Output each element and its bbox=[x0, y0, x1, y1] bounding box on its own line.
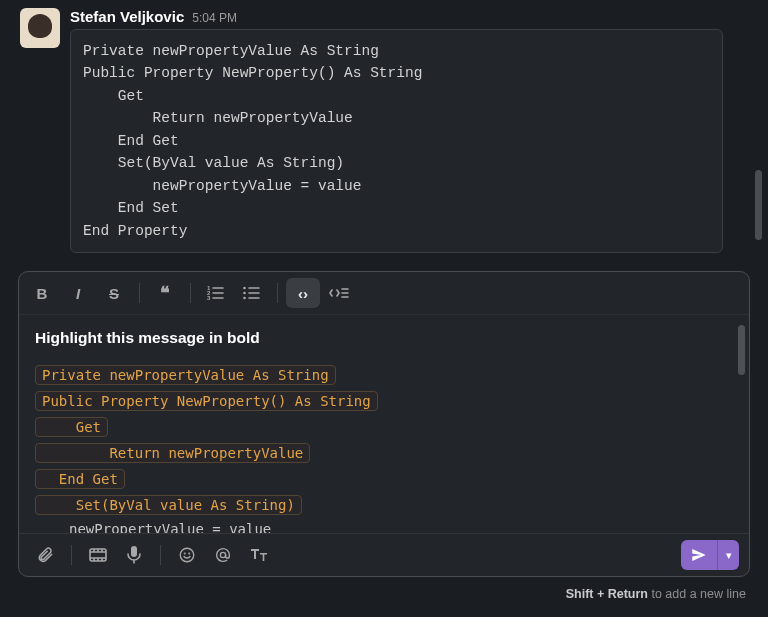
message-row: Stefan Veljkovic 5:04 PM Private newProp… bbox=[0, 0, 768, 261]
editor-scrollbar[interactable] bbox=[738, 325, 745, 375]
formatting-toolbar: B I S ❝ 123 ‹› bbox=[19, 272, 749, 315]
send-icon bbox=[690, 546, 708, 564]
ordered-list-button[interactable]: 123 bbox=[199, 278, 233, 308]
message-code-block[interactable]: Private newPropertyValue As String Publi… bbox=[70, 29, 723, 253]
send-options-button[interactable]: ▾ bbox=[717, 540, 739, 570]
blockquote-button[interactable]: ❝ bbox=[148, 278, 182, 308]
hint-shortcut: Shift + Return bbox=[566, 587, 648, 601]
microphone-icon bbox=[127, 546, 141, 564]
bold-button[interactable]: B bbox=[25, 278, 59, 308]
composer-actions-toolbar: ▾ bbox=[19, 533, 749, 576]
send-button-group: ▾ bbox=[681, 540, 739, 570]
video-clip-button[interactable] bbox=[82, 540, 114, 570]
text-format-icon bbox=[249, 547, 269, 563]
svg-rect-7 bbox=[131, 546, 137, 557]
svg-text:3: 3 bbox=[207, 295, 211, 301]
svg-point-8 bbox=[180, 548, 194, 562]
unordered-list-button[interactable] bbox=[235, 278, 269, 308]
svg-point-11 bbox=[220, 553, 225, 558]
composer-plain-line: newPropertyValue = value bbox=[35, 521, 733, 533]
svg-point-10 bbox=[189, 553, 190, 554]
message-composer: B I S ❝ 123 ‹› Highlight this message in… bbox=[18, 271, 750, 577]
inline-code-chip: Private newPropertyValue As String bbox=[35, 365, 336, 385]
svg-point-9 bbox=[184, 553, 185, 554]
video-icon bbox=[89, 548, 107, 562]
audio-clip-button[interactable] bbox=[118, 540, 150, 570]
toolbar-separator bbox=[160, 545, 161, 565]
toolbar-separator bbox=[71, 545, 72, 565]
code-block-icon bbox=[329, 285, 349, 301]
toolbar-separator bbox=[139, 283, 140, 303]
toolbar-separator bbox=[277, 283, 278, 303]
inline-code-chip: Get bbox=[35, 417, 108, 437]
inline-code-chip: Public Property NewProperty() As String bbox=[35, 391, 378, 411]
attach-button[interactable] bbox=[29, 540, 61, 570]
timestamp[interactable]: 5:04 PM bbox=[192, 11, 237, 25]
strikethrough-button[interactable]: S bbox=[97, 278, 131, 308]
inline-code-chip: Set(ByVal value As String) bbox=[35, 495, 302, 515]
unordered-list-icon bbox=[243, 285, 261, 301]
message-header: Stefan Veljkovic 5:04 PM bbox=[70, 8, 748, 25]
inline-code-button[interactable]: ‹› bbox=[286, 278, 320, 308]
mention-button[interactable] bbox=[207, 540, 239, 570]
mention-icon bbox=[214, 546, 232, 564]
composer-editor[interactable]: Highlight this message in bold Private n… bbox=[19, 315, 749, 533]
inline-code-chip: End Get bbox=[35, 469, 125, 489]
emoji-button[interactable] bbox=[171, 540, 203, 570]
hint-text: to add a new line bbox=[648, 587, 746, 601]
composer-hint: Shift + Return to add a new line bbox=[0, 583, 768, 601]
svg-point-4 bbox=[243, 292, 246, 295]
paperclip-icon bbox=[36, 546, 54, 564]
toolbar-separator bbox=[190, 283, 191, 303]
svg-point-5 bbox=[243, 297, 246, 300]
emoji-icon bbox=[178, 546, 196, 564]
composer-bold-text: Highlight this message in bold bbox=[35, 329, 733, 347]
formatting-toggle-button[interactable] bbox=[243, 540, 275, 570]
message-content: Stefan Veljkovic 5:04 PM Private newProp… bbox=[70, 8, 748, 253]
italic-button[interactable]: I bbox=[61, 278, 95, 308]
svg-point-3 bbox=[243, 287, 246, 290]
code-block-button[interactable] bbox=[322, 278, 356, 308]
channel-scrollbar[interactable] bbox=[755, 170, 762, 240]
username[interactable]: Stefan Veljkovic bbox=[70, 8, 184, 25]
send-button[interactable] bbox=[681, 540, 717, 570]
ordered-list-icon: 123 bbox=[207, 285, 225, 301]
inline-code-chip: Return newPropertyValue bbox=[35, 443, 310, 463]
avatar[interactable] bbox=[20, 8, 60, 48]
